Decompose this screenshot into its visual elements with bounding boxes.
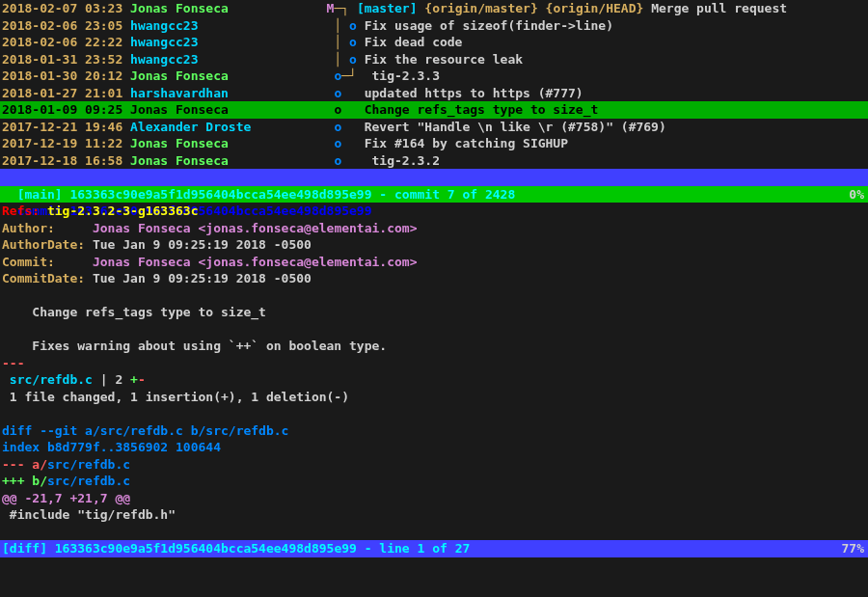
log-row[interactable]: 2018-01-31 23:52 hwangcc23 │ o Fix the r… [0,51,868,68]
commit-commitdate: CommitDate: Tue Jan 9 09:25:19 2018 -050… [0,270,868,287]
log-row[interactable]: 2017-12-21 19:46 Alexander Droste o Reve… [0,119,868,136]
log-row[interactable]: 2018-02-06 23:05 hwangcc23 │ o Fix usage… [0,17,868,35]
blank [0,405,868,422]
blank [0,287,868,305]
log-row[interactable]: 2017-12-19 11:22 Jonas Fonseca o Fix #16… [0,135,868,152]
diffstat-file: src/refdb.c | 2 +- [0,371,868,389]
log-row[interactable]: 2018-01-09 09:25 Jonas Fonseca o Change … [0,101,868,119]
diff-index-line: index b8d779f..3856902 100644 [0,439,868,456]
commit-author: Author: Jonas Fonseca <jonas.fonseca@ele… [0,220,868,237]
diff-separator: --- [0,355,868,372]
diffstat-summary: 1 file changed, 1 insertion(+), 1 deleti… [0,389,868,406]
diff-from-line: --- a/src/refdb.c [0,456,868,474]
log-row[interactable]: 2017-12-18 16:58 Jonas Fonseca o tig-2.3… [0,152,868,170]
commit-body: Fixes warning about using `++` on boolea… [0,338,868,355]
blank [0,321,868,339]
diff-hunk-header: @@ -21,7 +21,7 @@ [0,490,868,507]
diff-git-line: diff --git a/src/refdb.c b/src/refdb.c [0,422,868,440]
log-row[interactable]: 2018-02-07 03:23 Jonas Fonseca M─┐ [mast… [0,0,868,17]
log-row[interactable]: 2018-01-27 21:01 harshavardhan o updated… [0,85,868,102]
log-row[interactable]: 2018-01-30 20:12 Jonas Fonseca o─┘ tig-2… [0,68,868,85]
commit-authordate: AuthorDate: Tue Jan 9 09:25:19 2018 -050… [0,236,868,254]
commit-committer: Commit: Jonas Fonseca <jonas.fonseca@ele… [0,254,868,271]
blank [0,524,868,541]
commit-refs: Refs: tig-2.3.2-3-g163363c [0,203,868,220]
commit-subject: Change refs_tags type to size_t [0,304,868,321]
log-row[interactable]: 2018-02-06 22:22 hwangcc23 │ o Fix dead … [0,34,868,51]
diff-to-line: +++ b/src/refdb.c [0,473,868,490]
diff-context-line: #include "tig/refdb.h" [0,506,868,524]
diff-status-bar: [diff] 163363c90e9a5f1d956404bcca54ee498… [0,540,868,557]
git-log-list[interactable]: 2018-02-07 03:23 Jonas Fonseca M─┐ [mast… [0,0,868,169]
main-status-bar: [main] 163363c90e9a5f1d956404bcca54ee498… [0,169,868,186]
